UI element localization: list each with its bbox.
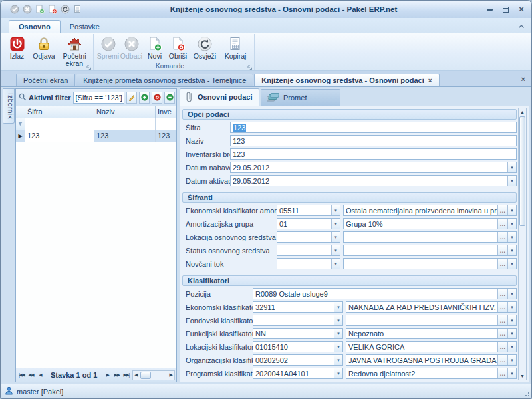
tab-pocetni-ekran[interactable]: Početni ekran <box>16 74 75 86</box>
dropdown-arrow-icon[interactable]: ▼ <box>331 259 340 269</box>
cell-naziv[interactable]: 123 <box>94 130 156 142</box>
minimize-button[interactable] <box>485 5 494 13</box>
ellipsis-button[interactable]: … <box>497 302 507 312</box>
tab-close-icon[interactable]: × <box>428 78 432 84</box>
odjava-button[interactable]: Odjava <box>29 35 59 60</box>
dropdown-arrow-icon[interactable]: ▼ <box>507 289 516 299</box>
dropdown-arrow-icon[interactable]: ▼ <box>507 205 516 215</box>
dropdown-arrow-icon[interactable]: ▼ <box>507 329 516 338</box>
code-combo[interactable]: 32911▼ <box>253 301 343 313</box>
description-combo[interactable]: Nepoznato…▼ <box>346 328 517 339</box>
filter-cell[interactable] <box>25 118 94 130</box>
ellipsis-button[interactable]: … <box>497 205 507 215</box>
naziv-input[interactable]: 123 <box>230 135 517 146</box>
description-combo[interactable]: JAVNA VATROGASNA POSTROJBA GRADA VELIKE … <box>346 354 517 366</box>
code-combo[interactable]: ▼ <box>277 231 340 243</box>
first-record-button[interactable]: |◀◀ <box>17 370 26 380</box>
osvjezi-button[interactable]: Osvježi <box>190 35 220 60</box>
scroll-up-icon[interactable]: ▲ <box>520 108 525 116</box>
pozicija-combo[interactable]: R0089 Ostale usluge9…▼ <box>253 288 517 299</box>
ellipsis-button[interactable]: … <box>497 259 507 269</box>
description-combo[interactable]: …▼ <box>343 231 517 243</box>
dropdown-arrow-icon[interactable]: ▼ <box>334 315 342 325</box>
ribbon-tab-postavke[interactable]: Postavke <box>61 21 109 33</box>
dropdown-arrow-icon[interactable]: ▼ <box>331 232 340 242</box>
ellipsis-button[interactable]: … <box>497 289 507 299</box>
detail-tab-promet[interactable]: Promet <box>261 89 340 106</box>
description-combo[interactable]: …▼ <box>346 315 517 326</box>
dropdown-arrow-icon[interactable]: ▼ <box>507 245 516 255</box>
izlaz-button[interactable]: Izlaz <box>5 35 29 60</box>
detail-tab-osnovni-podaci[interactable]: Osnovni podaci <box>180 88 259 106</box>
code-combo[interactable]: 01015410▼ <box>253 341 343 352</box>
ellipsis-button[interactable]: … <box>497 368 507 378</box>
dialog-launcher-icon[interactable] <box>247 64 253 69</box>
code-combo[interactable]: ▼ <box>277 245 340 256</box>
description-combo[interactable]: Grupa 10%…▼ <box>343 218 517 229</box>
prev-page-button[interactable]: ◀◀ <box>27 370 35 380</box>
dropdown-arrow-icon[interactable]: ▼ <box>507 302 516 312</box>
copy-icon[interactable] <box>73 5 82 14</box>
close-button[interactable]: × <box>517 5 526 13</box>
dialog-launcher-icon[interactable] <box>86 64 92 69</box>
filter-clear-button[interactable] <box>152 92 162 104</box>
ellipsis-button[interactable]: … <box>497 342 507 352</box>
dropdown-arrow-icon[interactable]: ▼ <box>507 162 516 172</box>
ellipsis-button[interactable]: … <box>497 219 507 229</box>
novi-button[interactable]: Novi <box>143 35 166 60</box>
sifra-input[interactable]: 123 <box>230 122 517 133</box>
dropdown-arrow-icon[interactable]: ▼ <box>507 176 516 186</box>
dropdown-arrow-icon[interactable]: ▼ <box>507 368 516 378</box>
kopiraj-button[interactable]: Kopiraj <box>220 35 251 60</box>
filter-remove-button[interactable] <box>164 92 175 104</box>
description-combo[interactable]: NAKNADA ZA RAD PREDSTAVNIČKIH I IZV. TIJ… <box>346 301 517 313</box>
description-combo[interactable]: Redovna djelatnost2…▼ <box>346 368 517 379</box>
description-combo[interactable]: Ostala nematerijalna proizvedena imovina… <box>343 205 517 216</box>
scrollbar-thumb[interactable] <box>519 116 525 226</box>
save-icon[interactable] <box>10 5 19 14</box>
description-combo[interactable]: …▼ <box>343 258 517 269</box>
column-header-sifra[interactable]: Šifra <box>25 106 94 118</box>
filter-cell[interactable] <box>94 118 156 130</box>
tab-knjizenje-prometa[interactable]: Knjiženje prometa osnovnog sredstva - Te… <box>76 74 253 86</box>
column-header-inventarski[interactable]: Inve <box>156 106 176 118</box>
scroll-right-icon[interactable]: ▶ <box>168 372 174 378</box>
code-combo[interactable]: 00202502▼ <box>253 354 343 366</box>
dropdown-arrow-icon[interactable]: ▼ <box>334 342 342 352</box>
ribbon-collapse-icon[interactable] <box>518 22 525 30</box>
scroll-down-icon[interactable]: ▼ <box>520 372 525 380</box>
column-header-naziv[interactable]: Naziv <box>94 106 156 118</box>
code-combo[interactable]: 05511▼ <box>277 205 340 216</box>
odbaci-button[interactable]: Odbaci <box>120 35 143 60</box>
ellipsis-button[interactable]: … <box>497 245 507 255</box>
ribbon-tab-osnovno[interactable]: Osnovno <box>9 20 61 33</box>
new-icon[interactable] <box>35 5 45 14</box>
obrisi-button[interactable]: Obriši <box>166 35 190 60</box>
resize-grip[interactable] <box>523 390 530 397</box>
last-record-button[interactable]: ▶▶| <box>122 370 130 380</box>
code-combo[interactable]: 01▼ <box>277 218 340 229</box>
dropdown-arrow-icon[interactable]: ▼ <box>507 315 516 325</box>
dropdown-arrow-icon[interactable]: ▼ <box>507 355 516 365</box>
filter-add-button[interactable] <box>139 92 150 104</box>
ellipsis-button[interactable]: … <box>497 315 507 325</box>
code-combo[interactable]: ▼ <box>277 258 340 269</box>
inventarski-broj-input[interactable]: 123 <box>230 148 517 160</box>
code-combo[interactable]: ▼ <box>253 315 343 326</box>
maximize-button[interactable] <box>501 5 510 13</box>
datum-nabave-input[interactable]: 29.05.2012 ▼ <box>230 162 517 173</box>
datum-aktivacije-input[interactable]: 29.05.2012 ▼ <box>230 175 517 186</box>
spremi-button[interactable]: Spremi <box>96 35 120 60</box>
filter-cell[interactable] <box>156 118 176 130</box>
pocetni-ekran-button[interactable]: Početni ekran <box>59 35 90 67</box>
next-record-button[interactable]: ▶ <box>103 370 112 380</box>
dropdown-arrow-icon[interactable]: ▼ <box>331 205 340 215</box>
filter-input[interactable]: [Sifra == '123'] <box>73 92 124 104</box>
dropdown-arrow-icon[interactable]: ▼ <box>334 329 342 338</box>
delete-icon[interactable] <box>48 5 57 14</box>
dropdown-arrow-icon[interactable]: ▼ <box>334 368 342 378</box>
horizontal-scrollbar[interactable]: ◀ ▶ <box>132 370 175 380</box>
dropdown-arrow-icon[interactable]: ▼ <box>334 302 342 312</box>
ellipsis-button[interactable]: … <box>497 355 507 365</box>
prev-record-button[interactable]: ◀ <box>36 370 45 380</box>
